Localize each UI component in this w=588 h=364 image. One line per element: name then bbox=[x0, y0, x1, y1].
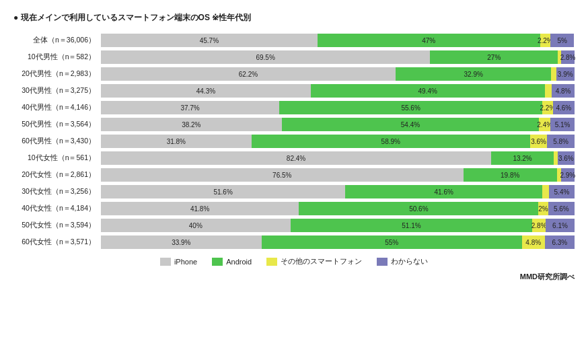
bar-label: 2.8% bbox=[560, 54, 576, 61]
row-label: 30代男性（n＝3,275） bbox=[13, 86, 101, 96]
row-label: 40代男性（n＝4,146） bbox=[13, 103, 101, 112]
legend-color-unknown bbox=[377, 258, 388, 266]
bar-label: 44.3% bbox=[196, 87, 215, 95]
bar-segment-other: 4.8% bbox=[522, 235, 545, 249]
bar-container: 45.7%47%2.2%5% bbox=[101, 34, 575, 47]
bar-label: 69.5% bbox=[256, 54, 274, 61]
bar-label: 32.9% bbox=[464, 71, 483, 78]
bar-segment-android: 41.6% bbox=[345, 185, 542, 198]
bar-label: 4.6% bbox=[556, 104, 571, 112]
bar-label: 27% bbox=[487, 54, 501, 61]
bar-segment-iphone: 38.2% bbox=[101, 118, 282, 131]
bar-label: 3.6% bbox=[558, 155, 574, 162]
bar-label: 40% bbox=[189, 222, 203, 229]
bar-label: 5.4% bbox=[554, 188, 570, 196]
bar-segment-other: 2.4% bbox=[539, 118, 550, 131]
bar-label: 55.6% bbox=[401, 104, 420, 112]
bar-label: 33.9% bbox=[172, 239, 190, 246]
bar-segment-android: 47% bbox=[318, 34, 540, 47]
bar-segment-unknown: 4.6% bbox=[553, 101, 575, 114]
bar-label: 5.1% bbox=[555, 121, 571, 129]
bar-label: 3.6% bbox=[531, 138, 546, 145]
bar-segment-other: 2.8% bbox=[532, 219, 546, 232]
legend-label-other: その他のスマートフォン bbox=[281, 256, 362, 266]
bar-label: 3.9% bbox=[558, 71, 573, 78]
table-row: 10代男性（n＝582）69.5%27%2.8% bbox=[13, 50, 575, 65]
bar-container: 82.4%13.2%3.6% bbox=[101, 151, 575, 165]
bar-label: 31.8% bbox=[167, 138, 186, 145]
bar-segment-unknown: 5.6% bbox=[548, 202, 575, 215]
bar-segment-unknown: 5.8% bbox=[547, 135, 575, 148]
bar-segment-android: 55% bbox=[262, 235, 522, 249]
bar-label: 58.9% bbox=[381, 138, 400, 145]
row-label: 20代男性（n＝2,983） bbox=[13, 69, 101, 79]
row-label: 60代女性（n＝3,571） bbox=[13, 238, 101, 247]
row-label: 50代女性（n＝3,594） bbox=[13, 221, 101, 230]
bar-segment-unknown: 5% bbox=[550, 34, 574, 47]
bar-label: 5% bbox=[557, 37, 566, 44]
bar-container: 62.2%32.9%3.9% bbox=[101, 67, 575, 81]
bar-segment-android: 19.8% bbox=[464, 168, 557, 182]
table-row: 40代女性（n＝4,184）41.8%50.6%2%5.6% bbox=[13, 201, 575, 216]
row-label: 10代男性（n＝582） bbox=[13, 52, 101, 62]
table-row: 50代女性（n＝3,594）40%51.1%2.8%6.1% bbox=[13, 218, 575, 233]
bar-segment-iphone: 62.2% bbox=[101, 67, 396, 81]
source: MMD研究所調べ bbox=[13, 272, 575, 282]
bar-segment-other bbox=[545, 84, 552, 98]
bar-segment-other: 2.2% bbox=[540, 34, 550, 47]
legend-item-android: Android bbox=[212, 256, 252, 266]
bar-segment-other bbox=[551, 67, 556, 81]
bar-segment-unknown: 3.9% bbox=[556, 67, 575, 81]
bar-container: 37.7%55.6%2.2%4.6% bbox=[101, 101, 575, 114]
bar-segment-android: 50.6% bbox=[299, 202, 538, 215]
bar-segment-other: 2.2% bbox=[542, 101, 552, 114]
bar-container: 33.9%55%4.8%6.3% bbox=[101, 235, 575, 249]
bar-segment-iphone: 51.6% bbox=[101, 185, 345, 198]
bar-label: 54.4% bbox=[401, 121, 420, 129]
table-row: 60代女性（n＝3,571）33.9%55%4.8%6.3% bbox=[13, 235, 575, 250]
bar-segment-iphone: 31.8% bbox=[101, 135, 252, 148]
legend-item-other: その他のスマートフォン bbox=[266, 256, 362, 266]
bar-segment-unknown: 6.3% bbox=[545, 235, 575, 249]
bar-segment-iphone: 82.4% bbox=[101, 151, 491, 165]
row-label: 20代女性（n＝2,861） bbox=[13, 170, 101, 180]
bar-container: 40%51.1%2.8%6.1% bbox=[101, 219, 575, 232]
bar-label: 6.1% bbox=[552, 222, 568, 229]
bar-label: 55% bbox=[385, 239, 398, 246]
chart-title: ● 現在メインで利用しているスマートフォン端末のOS ※性年代別 bbox=[13, 12, 575, 24]
bar-segment-iphone: 40% bbox=[101, 219, 291, 232]
legend-label-unknown: わからない bbox=[391, 256, 428, 266]
bar-segment-iphone: 45.7% bbox=[101, 34, 318, 47]
table-row: 20代男性（n＝2,983）62.2%32.9%3.9% bbox=[13, 67, 575, 81]
table-row: 10代女性（n＝561）82.4%13.2%3.6% bbox=[13, 151, 575, 166]
legend-color-other bbox=[266, 258, 277, 266]
legend-item-iphone: iPhone bbox=[160, 256, 197, 266]
bar-label: 4.8% bbox=[525, 239, 541, 246]
table-row: 全体（n＝36,006）45.7%47%2.2%5% bbox=[13, 33, 575, 48]
bar-segment-unknown: 2.8% bbox=[561, 50, 575, 64]
bar-label: 6.3% bbox=[552, 239, 567, 246]
bar-label: 50.6% bbox=[409, 205, 428, 213]
bar-segment-iphone: 76.5% bbox=[101, 168, 464, 182]
legend-item-unknown: わからない bbox=[377, 256, 428, 266]
bar-segment-android: 54.4% bbox=[282, 118, 540, 131]
bar-container: 38.2%54.4%2.4%5.1% bbox=[101, 118, 575, 131]
bar-segment-android: 58.9% bbox=[252, 135, 530, 148]
row-label: 全体（n＝36,006） bbox=[13, 36, 101, 45]
table-row: 30代女性（n＝3,256）51.6%41.6%5.4% bbox=[13, 184, 575, 199]
bar-container: 69.5%27%2.8% bbox=[101, 50, 575, 64]
chart-area: 全体（n＝36,006）45.7%47%2.2%5%10代男性（n＝582）69… bbox=[13, 33, 575, 250]
bar-label: 5.8% bbox=[553, 138, 568, 145]
bar-segment-unknown: 4.8% bbox=[552, 84, 575, 98]
bar-label: 41.8% bbox=[190, 205, 209, 213]
bar-label: 62.2% bbox=[239, 71, 258, 78]
bar-label: 2% bbox=[538, 205, 548, 213]
bar-label: 76.5% bbox=[272, 172, 291, 179]
bar-label: 51.6% bbox=[213, 188, 232, 196]
row-label: 30代女性（n＝3,256） bbox=[13, 187, 101, 196]
bar-segment-unknown: 3.6% bbox=[558, 151, 575, 165]
bar-segment-android: 51.1% bbox=[291, 219, 533, 232]
bar-label: 47% bbox=[422, 37, 435, 44]
bar-segment-unknown: 5.1% bbox=[550, 118, 575, 131]
bar-label: 13.2% bbox=[513, 155, 531, 162]
